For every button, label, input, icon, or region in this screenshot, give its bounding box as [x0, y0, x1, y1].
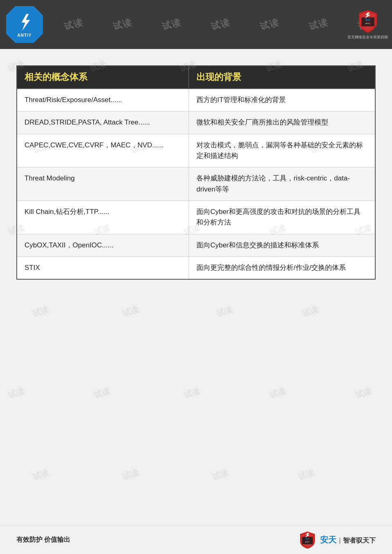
page-wm-22: 试读	[268, 385, 287, 401]
wm7: 试读	[307, 16, 330, 33]
brand-blue: 安天	[320, 535, 336, 544]
antiy-logo-icon	[14, 12, 35, 32]
cell-left-1: DREAD,STRIDE,PASTA, Attack Tree......	[17, 111, 189, 134]
cell-right-0: 西方的IT管理和标准化的背景	[189, 89, 375, 111]
brand-black: 智者驭天下	[343, 537, 376, 544]
cell-right-2: 对攻击模式，脆弱点，漏洞等各种基础的安全元素的标定和描述结构	[189, 134, 375, 167]
cell-right-5: 面向Cyber和信息交换的描述和标准体系	[189, 234, 375, 256]
page-wm-25: 试读	[121, 467, 140, 483]
table-row: DREAD,STRIDE,PASTA, Attack Tree......微软和…	[17, 111, 375, 134]
cell-right-3: 各种威胁建模的方法论，工具，risk-centric，data-driven等等	[189, 167, 375, 201]
cell-left-2: CAPEC,CWE,CVE,CVRF，MAEC，NVD......	[17, 134, 189, 167]
wm5: 试读	[209, 16, 232, 33]
concept-table: 相关的概念体系 出现的背景 Threat/Risk/Exposure/Asset…	[16, 65, 376, 280]
page-wm-27: 试读	[297, 467, 316, 483]
table-row: Threat Modeling各种威胁建模的方法论，工具，risk-centri…	[17, 167, 375, 201]
col1-header: 相关的概念体系	[17, 66, 189, 89]
page-wm-24: 试读	[31, 467, 51, 483]
wm3: 试读	[111, 16, 134, 33]
page-wm-21: 试读	[183, 385, 202, 401]
page-wm-16: 试读	[121, 304, 140, 320]
cell-right-4: 面向Cyber和更高强度的攻击和对抗的场景的分析工具和分析方法	[189, 201, 375, 234]
brand-divider: |	[339, 537, 341, 544]
svg-text:安天: 安天	[305, 538, 310, 540]
footer-logo-icon: 安天 ANTIY	[298, 531, 317, 549]
wm2: 试读	[62, 16, 85, 33]
table-row: STIX面向更完整的综合性的情报分析/作业/交换的体系	[17, 257, 375, 280]
header: 试读 试读 试读 试读 试读 试读 试读 试读 ANTIY 安天 ANTIY 安…	[0, 0, 392, 49]
antiy-shield-icon: 安天 ANTIY	[356, 9, 380, 34]
page-wm-18: 试读	[301, 304, 320, 320]
header-watermarks: 试读 试读 试读 试读 试读 试读 试读 试读	[0, 0, 392, 49]
cell-left-5: CybOX,TAXII，OpenIOC......	[17, 234, 189, 256]
page-wm-19: 试读	[7, 385, 26, 401]
footer-tagline: 有效防护 价值输出	[16, 536, 70, 544]
logo-label: ANTIY	[18, 33, 32, 38]
main-content: 相关的概念体系 出现的背景 Threat/Risk/Exposure/Asset…	[0, 49, 392, 292]
page-wm-26: 试读	[211, 467, 230, 483]
wm4: 试读	[160, 16, 183, 33]
cell-right-1: 微软和相关安全厂商所推出的风险管理模型	[189, 111, 375, 134]
antiy-tagline: 安天网络安全令营第四期	[347, 35, 388, 40]
antiy-logo: ANTIY	[6, 6, 43, 43]
table-row: Threat/Risk/Exposure/Asset......西方的IT管理和…	[17, 89, 375, 111]
footer-logo-area: 安天 ANTIY 安天 | 智者驭天下	[298, 531, 376, 549]
svg-text:安天: 安天	[365, 18, 371, 21]
table-row: CybOX,TAXII，OpenIOC......面向Cyber和信息交换的描述…	[17, 234, 375, 256]
footer-brand-text: 安天 | 智者驭天下	[320, 534, 376, 545]
svg-text:ANTIY: ANTIY	[365, 22, 370, 24]
cell-left-0: Threat/Risk/Exposure/Asset......	[17, 89, 189, 111]
svg-text:ANTIY: ANTIY	[305, 541, 310, 543]
header-right-logo: 安天 ANTIY 安天网络安全令营第四期	[347, 9, 388, 40]
table-row: Kill Chain,钻石分析,TTP......面向Cyber和更高强度的攻击…	[17, 201, 375, 234]
page-wm-17: 试读	[215, 304, 234, 320]
cell-left-3: Threat Modeling	[17, 167, 189, 201]
cell-left-6: STIX	[17, 257, 189, 280]
wm6: 试读	[258, 16, 281, 33]
footer: 有效防护 价值输出 安天 ANTIY 安天 | 智者驭天下	[0, 525, 392, 554]
cell-left-4: Kill Chain,钻石分析,TTP......	[17, 201, 189, 234]
cell-right-6: 面向更完整的综合性的情报分析/作业/交换的体系	[189, 257, 375, 280]
page-wm-15: 试读	[31, 304, 51, 320]
table-row: CAPEC,CWE,CVE,CVRF，MAEC，NVD......对攻击模式，脆…	[17, 134, 375, 167]
page-wm-20: 试读	[93, 385, 112, 401]
page-wm-23: 试读	[354, 385, 373, 401]
col2-header: 出现的背景	[189, 66, 375, 89]
